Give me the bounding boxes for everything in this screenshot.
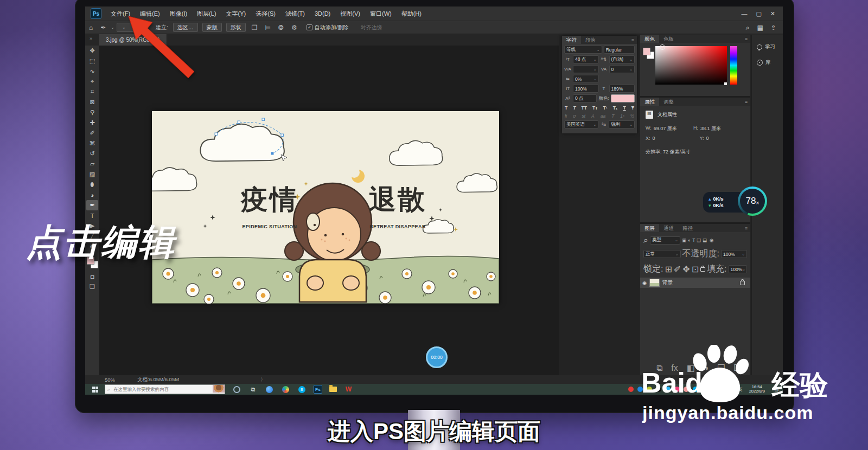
history-brush-tool[interactable]: ↺: [86, 149, 98, 159]
layer-row-background[interactable]: ◉ 背景: [640, 278, 750, 288]
menu-type[interactable]: 文字(Y): [221, 7, 251, 21]
faux-italic-button[interactable]: T: [573, 105, 576, 111]
lock-artboard-icon[interactable]: ⊡: [692, 264, 699, 274]
path-arrange-icon[interactable]: ❂: [278, 24, 284, 31]
tool-preset-dropdown[interactable]: ⌄: [117, 23, 148, 32]
quick-select-tool[interactable]: ⌖: [86, 76, 98, 87]
move-tool[interactable]: ✥: [86, 46, 98, 56]
photoshop-app-icon[interactable]: Ps: [91, 8, 101, 19]
ot-fractions-button[interactable]: ½: [630, 113, 634, 119]
panel-menu-icon[interactable]: ≡: [631, 37, 634, 43]
filter-type-icon[interactable]: T: [692, 237, 695, 243]
close-icon[interactable]: ✕: [770, 10, 775, 17]
language-select[interactable]: 美国英语⌄: [564, 120, 598, 128]
menu-help[interactable]: 帮助(H): [397, 7, 426, 21]
edge-icon[interactable]: [281, 385, 290, 394]
kerning-select[interactable]: ⌄: [573, 65, 599, 73]
faux-bold-button[interactable]: T: [565, 105, 567, 111]
menu-window[interactable]: 窗口(W): [365, 7, 397, 21]
photoshop-taskbar-icon[interactable]: Ps: [314, 385, 322, 394]
menu-file[interactable]: 文件(F): [106, 7, 135, 21]
menu-image[interactable]: 图像(I): [165, 7, 192, 21]
tab-paragraph[interactable]: 段落: [581, 36, 600, 44]
horizontal-scale-field[interactable]: 189%: [609, 85, 635, 93]
tracking-select[interactable]: 0⌄: [609, 65, 635, 73]
type-color-swatch[interactable]: [611, 94, 635, 102]
ot-stylistic-button[interactable]: A: [591, 113, 595, 119]
gradient-tool[interactable]: ▨: [86, 169, 98, 179]
brush-tool[interactable]: ✐: [86, 128, 98, 138]
ot-ordinals-button[interactable]: 1ˢ: [620, 113, 624, 119]
search-icon[interactable]: ⌕: [746, 24, 750, 31]
zoom-level-field[interactable]: 50%: [105, 377, 137, 383]
make-shape-button[interactable]: 形状: [226, 23, 246, 32]
pen-tool[interactable]: ✒: [86, 200, 98, 210]
color-gradient-field[interactable]: [655, 46, 727, 85]
lock-transparent-icon[interactable]: ⊞: [665, 264, 672, 274]
tab-swatches[interactable]: 色板: [659, 35, 678, 43]
task-view-icon[interactable]: ⧉: [248, 385, 258, 394]
ot-ligature-button[interactable]: fi: [565, 113, 567, 119]
menu-select[interactable]: 选择(S): [251, 7, 280, 21]
eyedropper-tool[interactable]: ⚲: [86, 107, 98, 118]
minimize-icon[interactable]: —: [741, 10, 747, 17]
pen-tool-icon[interactable]: ✒: [100, 24, 106, 31]
tray-icon[interactable]: [628, 387, 634, 392]
eraser-tool[interactable]: ▱: [86, 159, 98, 169]
leading-select[interactable]: (自动)⌄: [609, 55, 635, 63]
cortana-icon[interactable]: [232, 385, 241, 394]
browser-icon[interactable]: [265, 385, 274, 394]
crop-tool[interactable]: ⌗: [86, 87, 98, 97]
tab-adjustments[interactable]: 调整: [659, 98, 678, 106]
filter-toggle-icon[interactable]: ◉: [710, 237, 713, 243]
filter-pixel-icon[interactable]: ▣: [682, 237, 686, 243]
menu-view[interactable]: 视图(V): [335, 7, 365, 21]
marquee-tool[interactable]: ⬚: [86, 56, 98, 66]
filter-smart-icon[interactable]: ⬓: [703, 237, 707, 243]
gear-icon[interactable]: ⚙: [291, 24, 297, 31]
proportional-spacing-select[interactable]: 0%⌄: [573, 75, 599, 83]
foreground-swatch[interactable]: [643, 48, 650, 55]
path-align-icon[interactable]: ⊨: [265, 24, 271, 31]
dodge-tool[interactable]: ◕: [86, 190, 98, 200]
screen-mode-button[interactable]: ❏: [86, 281, 98, 292]
tab-character[interactable]: 字符: [562, 36, 581, 44]
fill-field[interactable]: 100%⌄: [729, 265, 747, 273]
color-picker-cursor[interactable]: [660, 44, 665, 50]
hue-strip[interactable]: [730, 46, 737, 85]
ot-swash-button[interactable]: ơ: [573, 113, 576, 119]
artwork-image[interactable]: 疫情 EPIDEMIC SITUATION 退散 RETREAT DISAPPE…: [152, 111, 499, 304]
tab-properties[interactable]: 属性: [640, 98, 659, 106]
frame-tool[interactable]: ⊠: [86, 97, 98, 107]
superscript-button[interactable]: T¹: [603, 105, 608, 111]
vertical-scale-field[interactable]: 100%: [573, 85, 599, 93]
baseline-shift-field[interactable]: 0 点: [573, 94, 597, 102]
maximize-icon[interactable]: ▢: [756, 10, 761, 17]
anti-alias-select[interactable]: 锐利⌄: [609, 120, 635, 128]
all-caps-button[interactable]: TT: [582, 105, 587, 111]
make-selection-button[interactable]: 选区…: [173, 23, 198, 32]
menu-filter[interactable]: 滤镜(T): [280, 7, 310, 21]
canvas-area[interactable]: 疫情 EPIDEMIC SITUATION 退散 RETREAT DISAPPE…: [99, 46, 559, 375]
font-style-select[interactable]: Regular: [604, 46, 635, 54]
lasso-tool[interactable]: ∿: [86, 66, 98, 76]
healing-tool[interactable]: ✚: [86, 118, 98, 128]
chevron-down-icon[interactable]: ⌄: [111, 25, 114, 30]
font-size-select[interactable]: 48 点⌄: [573, 55, 599, 63]
ot-titling-button[interactable]: T: [611, 113, 614, 119]
make-mask-button[interactable]: 蒙版: [202, 23, 222, 32]
subscript-button[interactable]: T₁: [613, 105, 618, 111]
workspace-icon[interactable]: ▦: [757, 24, 763, 31]
menu-3d[interactable]: 3D(D): [310, 7, 335, 21]
wps-icon[interactable]: W: [344, 385, 353, 394]
lock-all-icon[interactable]: [700, 267, 705, 272]
auto-add-checkbox[interactable]: ✓: [307, 24, 312, 30]
menu-layer[interactable]: 图层(L): [192, 7, 221, 21]
blur-tool[interactable]: ⬮: [86, 179, 98, 190]
panel-menu-icon[interactable]: ≡: [745, 36, 748, 42]
opacity-field[interactable]: 100%⌄: [721, 250, 747, 258]
status-chevron-icon[interactable]: 〉: [260, 376, 266, 383]
toolbar-collapse-icon[interactable]: »: [90, 36, 92, 41]
filter-shape-icon[interactable]: ❑: [697, 237, 701, 243]
small-caps-button[interactable]: Tᴛ: [592, 105, 597, 111]
